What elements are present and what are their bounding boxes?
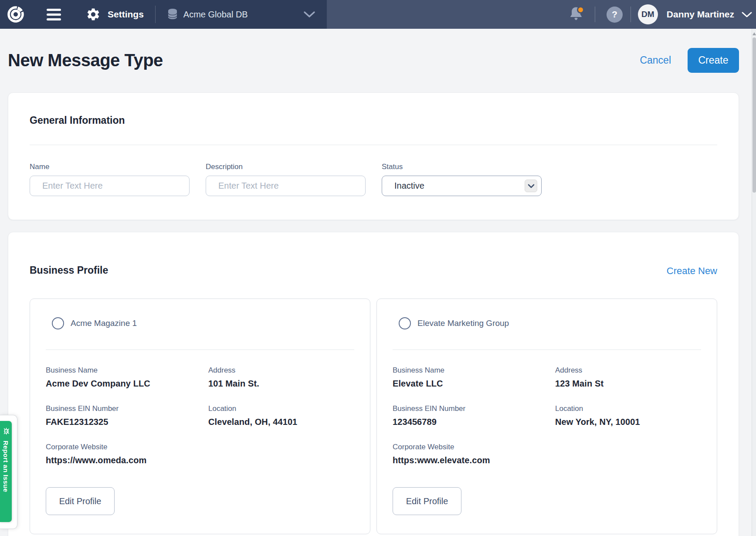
field-label: Business Name xyxy=(393,366,555,375)
profile-field: Location New York, NY, 10001 xyxy=(555,404,701,427)
field-label: Corporate Website xyxy=(46,443,208,451)
field-value: Elevate LLC xyxy=(393,379,555,389)
profile-divider xyxy=(46,349,354,350)
navbar-divider xyxy=(631,7,631,22)
report-issue-label: Report an Issue xyxy=(2,441,10,492)
description-input[interactable] xyxy=(206,176,366,196)
profile-field: Business Name Acme Dev Company LLC xyxy=(46,366,208,389)
navbar-right-section: ? DM Danny Martinez xyxy=(327,0,756,29)
general-information-card: General Information Name Description Sta… xyxy=(8,92,739,220)
scrollbar-up-arrow[interactable] xyxy=(753,32,756,35)
database-icon xyxy=(167,8,178,20)
section-divider xyxy=(30,145,717,145)
field-label: Business EIN Number xyxy=(393,404,555,413)
notification-badge xyxy=(577,6,584,14)
page-content: New Message Type Cancel Create General I… xyxy=(0,48,756,536)
profile-field: Corporate Website https:www.elevate.com xyxy=(393,443,555,465)
profile-field: Address 101 Main St. xyxy=(208,366,354,389)
field-value: Acme Dev Company LLC xyxy=(46,379,208,389)
top-navbar: Settings Acme Global DB ? DM Danny Marti… xyxy=(0,0,756,29)
business-profile-card: Business Profile Create New Acme Magazin… xyxy=(8,232,739,536)
create-button[interactable]: Create xyxy=(688,48,739,73)
user-avatar[interactable]: DM xyxy=(638,4,658,24)
field-label: Location xyxy=(555,404,701,413)
database-selector-label[interactable]: Acme Global DB xyxy=(183,10,248,20)
edit-profile-button[interactable]: Edit Profile xyxy=(393,487,461,515)
profile-field: Business EIN Number FAKE12312325 xyxy=(46,404,208,427)
field-value: 123 Main St xyxy=(555,379,701,389)
radio-button[interactable] xyxy=(52,317,64,329)
field-value: Cleveland, OH, 44101 xyxy=(208,417,354,427)
profile-card-elevate: Elevate Marketing Group Business Name El… xyxy=(376,299,717,534)
scrollbar-track[interactable] xyxy=(752,29,756,536)
profile-name: Elevate Marketing Group xyxy=(417,319,509,328)
edit-profile-button[interactable]: Edit Profile xyxy=(46,487,115,515)
field-label: Address xyxy=(555,366,701,375)
profile-divider xyxy=(393,349,701,350)
profile-field: Business Name Elevate LLC xyxy=(393,366,555,389)
field-value: FAKE12312325 xyxy=(46,417,208,427)
profile-field: Location Cleveland, OH, 44101 xyxy=(208,404,354,427)
field-value: 101 Main St. xyxy=(208,379,354,389)
field-label: Corporate Website xyxy=(393,443,555,451)
description-field-label: Description xyxy=(206,163,366,171)
omeda-logo-icon[interactable] xyxy=(6,4,26,24)
user-name[interactable]: Danny Martinez xyxy=(667,9,734,20)
profile-field: Corporate Website https://www.omeda.com xyxy=(46,443,208,465)
field-label: Address xyxy=(208,366,354,375)
field-value: New York, NY, 10001 xyxy=(555,417,701,427)
hamburger-menu-icon[interactable] xyxy=(47,9,61,20)
navbar-divider xyxy=(155,6,156,23)
radio-button[interactable] xyxy=(399,317,411,329)
name-input[interactable] xyxy=(30,176,190,196)
chevron-down-icon[interactable] xyxy=(303,11,315,18)
report-an-issue-tab[interactable]: Report an Issue xyxy=(0,421,12,522)
cancel-button[interactable]: Cancel xyxy=(640,54,671,66)
field-label: Business EIN Number xyxy=(46,404,208,413)
help-icon[interactable]: ? xyxy=(607,7,623,23)
profile-name: Acme Magazine 1 xyxy=(71,319,137,328)
page-title: New Message Type xyxy=(8,51,163,70)
profile-field: Business EIN Number 123456789 xyxy=(393,404,555,427)
navbar-divider xyxy=(595,7,595,22)
field-value: https://www.omeda.com xyxy=(46,455,208,465)
settings-nav-label[interactable]: Settings xyxy=(108,9,144,20)
status-select[interactable]: Inactive xyxy=(382,176,542,196)
navbar-left-section: Settings Acme Global DB xyxy=(0,0,327,29)
field-label: Location xyxy=(208,404,354,413)
gear-icon[interactable] xyxy=(86,7,101,22)
field-label: Business Name xyxy=(46,366,208,375)
user-chevron-icon[interactable] xyxy=(741,11,753,18)
bug-icon xyxy=(1,427,11,435)
business-profile-title: Business Profile xyxy=(30,265,108,276)
create-new-profile-link[interactable]: Create New xyxy=(667,265,717,277)
profile-card-acme: Acme Magazine 1 Business Name Acme Dev C… xyxy=(30,299,370,534)
field-value: 123456789 xyxy=(393,417,555,427)
scrollbar-thumb[interactable] xyxy=(753,37,756,193)
general-information-title: General Information xyxy=(30,115,717,126)
profile-field: Address 123 Main St xyxy=(555,366,701,389)
select-chevron-icon[interactable] xyxy=(525,180,537,192)
name-field-label: Name xyxy=(30,163,190,171)
notifications-button[interactable] xyxy=(569,6,584,23)
status-select-value: Inactive xyxy=(394,181,424,191)
status-field-label: Status xyxy=(382,163,542,171)
field-value: https:www.elevate.com xyxy=(393,455,555,465)
